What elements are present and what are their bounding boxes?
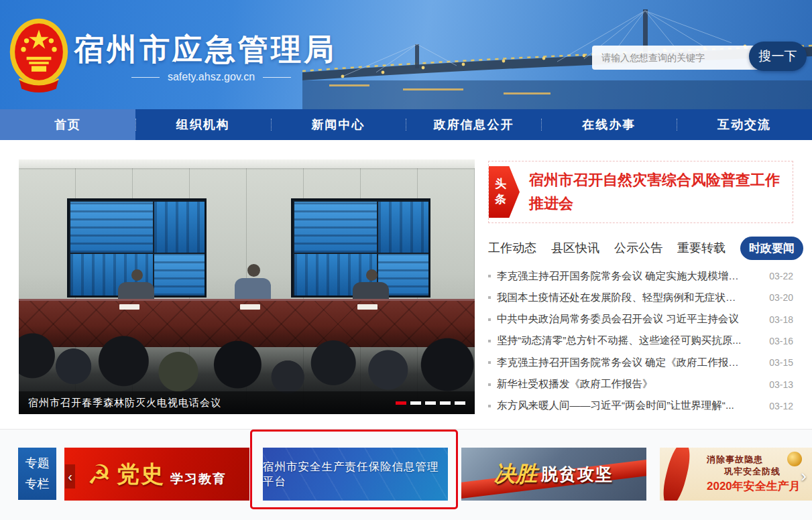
site-header: 宿州市应急管理局 safety.ahsz.gov.cn 搜一下 — [0, 0, 812, 109]
nav-item-interaction[interactable]: 互动交流 — [677, 109, 812, 140]
news-item[interactable]: 中共中央政治局常务委员会召开会议 习近平主持会议 03-18 — [488, 310, 793, 329]
news-list: 李克强主持召开国务院常务会议 确定实施大规模增值... 03-22 我国本土疫情… — [488, 267, 793, 415]
bullet-icon — [488, 275, 491, 277]
news-item[interactable]: 新华社受权播发《政府工作报告》 03-13 — [488, 375, 793, 394]
topics-strip: 专题 专栏 ☭ 党史 学习教育 宿州市安全生产责任保险信息管理平台 决胜 脱贫攻… — [0, 429, 812, 520]
news-item[interactable]: 李克强主持召开国务院常务会议 确定实施大规模增值... 03-22 — [488, 267, 793, 285]
carousel-caption[interactable]: 宿州市召开春季森林防灭火电视电话会议 — [28, 397, 221, 409]
carousel-photo-graphic — [19, 159, 475, 414]
gold-badge-icon — [787, 452, 802, 466]
news-carousel[interactable]: 宿州市召开春季森林防灭火电视电话会议 — [19, 159, 475, 414]
headline-title[interactable]: 宿州市召开自然灾害综合风险普查工作推进会 — [529, 169, 787, 214]
bullet-icon — [488, 383, 491, 386]
banner-party-history-education[interactable]: ☭ 党史 学习教育 — [64, 448, 249, 501]
news-item[interactable]: 坚持“动态清零”总方针不动摇、这些途径可购买抗原... 03-16 — [488, 332, 793, 350]
bullet-icon — [488, 340, 491, 342]
search-input[interactable] — [592, 46, 760, 70]
banner-2020-safety-production-month[interactable]: 消除事故隐患 巩牢安全防线 2020年安全生产月 — [660, 448, 812, 501]
news-item[interactable]: 我国本土疫情还处在发展阶段、轻型病例和无症状感染... 03-20 — [488, 288, 793, 307]
next-arrow-icon[interactable]: › — [801, 467, 807, 484]
tab-work-dynamics[interactable]: 工作动态 — [488, 240, 536, 256]
carousel-dot[interactable] — [396, 401, 406, 405]
carousel-dot[interactable] — [440, 401, 451, 405]
news-item[interactable]: 东方风来暖人间——习近平“两会时间”让世界理解“... 03-12 — [488, 397, 793, 415]
tab-public-notices[interactable]: 公示公告 — [614, 240, 662, 256]
site-title: 宿州市应急管理局 — [74, 29, 337, 70]
nav-item-online-services[interactable]: 在线办事 — [541, 109, 677, 140]
news-tabs: 工作动态 县区快讯 公示公告 重要转载 时政要闻 — [488, 236, 793, 260]
national-emblem-logo — [8, 13, 70, 96]
carousel-dot[interactable] — [425, 401, 436, 405]
nav-item-organization[interactable]: 组织机构 — [135, 109, 271, 140]
bullet-icon — [488, 296, 491, 299]
carousel-dot[interactable] — [455, 401, 465, 405]
speaker-graphic — [235, 264, 272, 301]
nav-item-home[interactable]: 首页 — [0, 109, 135, 140]
bullet-icon — [488, 405, 491, 407]
site-url: safety.ahsz.gov.cn — [101, 71, 322, 83]
headline-box: 头 条 宿州市召开自然灾害综合风险普查工作推进会 — [488, 161, 793, 223]
search-bar: 搜一下 — [592, 42, 807, 71]
banner-poverty-alleviation[interactable]: 决胜 脱贫攻坚 — [461, 448, 646, 501]
tab-county-news[interactable]: 县区快讯 — [551, 240, 599, 256]
speaker-graphic — [353, 269, 390, 302]
banner-safety-insurance-platform[interactable]: 宿州市安全生产责任保险信息管理平台 — [263, 448, 448, 501]
nav-item-gov-info[interactable]: 政府信息公开 — [406, 109, 541, 140]
tab-important-reposts[interactable]: 重要转载 — [677, 240, 726, 256]
main-nav: 首页 组织机构 新闻中心 政府信息公开 在线办事 互动交流 — [0, 109, 812, 140]
headline-badge: 头 条 — [489, 166, 520, 218]
bullet-icon — [488, 318, 491, 321]
bullet-icon — [488, 361, 491, 364]
news-item[interactable]: 李克强主持召开国务院常务会议 确定《政府工作报告... 03-15 — [488, 353, 793, 372]
carousel-caption-bar: 宿州市召开春季森林防灭火电视电话会议 — [19, 391, 475, 414]
hammer-sickle-icon: ☭ — [87, 461, 111, 488]
page: 宿州市应急管理局 safety.ahsz.gov.cn 搜一下 首页 组织机构 … — [0, 0, 812, 520]
prev-arrow-icon[interactable]: ‹ — [65, 464, 75, 489]
topics-label[interactable]: 专题 专栏 — [18, 448, 56, 500]
carousel-dots — [396, 401, 465, 405]
carousel-dot[interactable] — [410, 401, 421, 405]
nav-item-news-center[interactable]: 新闻中心 — [271, 109, 406, 140]
tab-current-politics[interactable]: 时政要闻 — [740, 237, 803, 260]
speaker-graphic — [118, 269, 156, 302]
search-button[interactable]: 搜一下 — [749, 42, 807, 71]
